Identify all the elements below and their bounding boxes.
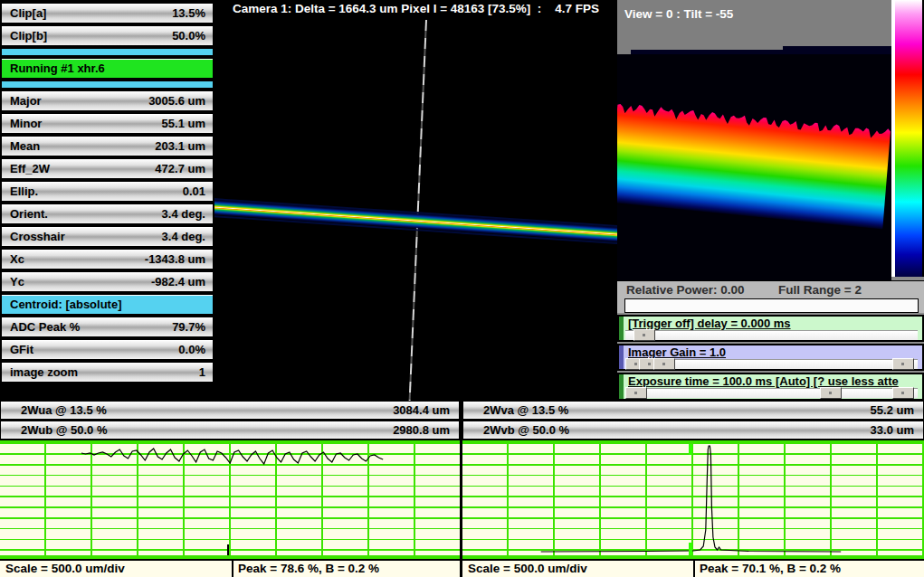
slider-thumb[interactable] — [892, 387, 914, 399]
sidebar-row-eff-2w[interactable]: Eff_2W472.7 um — [1, 158, 214, 179]
slider-track[interactable] — [625, 359, 918, 369]
sidebar-row-adc-peak[interactable]: ADC Peak %79.7% — [1, 317, 214, 337]
row-label: GFit — [10, 340, 33, 359]
row-label: Centroid: [absolute] — [10, 295, 122, 314]
sidebar-row-running-1-xhr-6[interactable]: Running #1 xhr.6 — [1, 58, 214, 79]
row-label: Orient. — [10, 204, 48, 223]
cursor-marker-bottom[interactable] — [689, 543, 692, 555]
sidebar-row-major[interactable]: Major3005.6 um — [1, 90, 214, 111]
slider-label: [Trigger off] delay = 0.000 ms — [628, 317, 791, 330]
sidebar-row-ellip[interactable]: Ellip.0.01 — [1, 181, 214, 202]
profile-header-2wua[interactable]: 2Wua @ 13.5 %3084.4 um — [0, 401, 460, 420]
view-3d[interactable]: View = 0 : Tilt = -55 — [617, 0, 891, 280]
chart-divider — [460, 401, 462, 577]
view-3d-ceiling: View = 0 : Tilt = -55 — [617, 0, 891, 54]
slider-thumb[interactable] — [892, 358, 914, 370]
right-panel: View = 0 : Tilt = -55 Relative Power: 0.… — [617, 0, 924, 401]
scale-label: Scale = 500.0 um/div — [5, 562, 125, 575]
row-value: 55.1 um — [162, 114, 205, 133]
slider-track[interactable] — [625, 388, 918, 398]
row-value: 3.4 deg. — [162, 227, 205, 246]
camera-title: Camera 1: Delta = 1664.3 um Pixel I = 48… — [214, 2, 617, 15]
sidebar-row-clip-b[interactable]: Clip[b]50.0% — [1, 25, 214, 46]
relative-power-panel: Relative Power: 0.00 Full Range = 2 — [617, 280, 924, 313]
row-label: Major — [10, 91, 42, 110]
header-label: 2Wva @ 13.5 % — [483, 403, 568, 417]
slider-track[interactable] — [625, 330, 918, 340]
row-label: Clip[b] — [10, 26, 47, 45]
sidebar-row-crosshair[interactable]: Crosshair3.4 deg. — [1, 226, 214, 247]
cursor-marker-top[interactable] — [689, 444, 692, 455]
sidebar-row-orient[interactable]: Orient.3.4 deg. — [1, 203, 214, 224]
row-label: ADC Peak % — [10, 317, 80, 336]
header-label: 2Wub @ 50.0 % — [21, 423, 108, 437]
profile-charts: 2Wua @ 13.5 %3084.4 um2Wub @ 50.0 %2980.… — [0, 401, 924, 577]
vertical-profile-chart[interactable] — [462, 440, 924, 559]
row-label: Minor — [10, 114, 42, 133]
row-value: 13.5% — [172, 4, 205, 23]
row-label: Xc — [10, 250, 24, 269]
sidebar-row-gfit[interactable]: GFit0.0% — [1, 339, 214, 360]
slider-panel-imager-gain-1-0: Imager Gain = 1.0 — [617, 344, 924, 371]
view-3d-shadow — [783, 46, 891, 54]
row-label: image zoom — [10, 363, 78, 382]
sidebar-separator-bar[interactable] — [1, 80, 214, 89]
sidebar-row-yc[interactable]: Yc-982.4 um — [1, 271, 214, 292]
slider-thumb[interactable] — [653, 358, 675, 370]
slider-thumb[interactable] — [633, 329, 655, 341]
row-value: 3.4 deg. — [162, 204, 205, 223]
view-3d-title: View = 0 : Tilt = -55 — [624, 7, 733, 21]
row-value: 0.01 — [183, 182, 205, 201]
panel-grab-strip[interactable] — [619, 374, 624, 399]
row-label: Yc — [10, 272, 24, 291]
sidebar-row-minor[interactable]: Minor55.1 um — [1, 113, 214, 134]
row-value: -982.4 um — [151, 272, 205, 291]
row-value: 1 — [199, 363, 205, 382]
camera-view[interactable]: Camera 1: Delta = 1664.3 um Pixel I = 48… — [214, 0, 617, 401]
header-value: 55.2 um — [871, 403, 914, 417]
row-label: Eff_2W — [10, 159, 50, 178]
row-label: Mean — [10, 137, 40, 156]
right-chart-statusbar: Scale = 500.0 um/div Peak = 70.1 %, B = … — [462, 559, 924, 577]
slider-panel--trigger-off-delay-0-000: [Trigger off] delay = 0.000 ms — [617, 315, 924, 342]
sidebar-row-centroid-absolute[interactable]: Centroid: [absolute] — [1, 294, 214, 315]
row-label: Running #1 xhr.6 — [10, 59, 105, 78]
slider-thumb[interactable] — [625, 387, 647, 399]
sidebar-row-mean[interactable]: Mean203.1 um — [1, 136, 214, 156]
sidebar-row-clip-a[interactable]: Clip[a]13.5% — [1, 3, 214, 24]
row-value: 79.7% — [172, 317, 205, 336]
row-value: 3005.6 um — [148, 91, 205, 110]
row-label: Crosshair — [10, 227, 65, 246]
right-chart-headers: 2Wva @ 13.5 %55.2 um2Wvb @ 50.0 %33.0 um — [462, 401, 924, 440]
profile-header-2wub[interactable]: 2Wub @ 50.0 %2980.8 um — [0, 421, 460, 440]
relative-power-label: Relative Power: 0.00 — [626, 283, 745, 297]
row-value: 472.7 um — [155, 159, 205, 178]
row-value: -1343.8 um — [145, 250, 205, 269]
bottom-tick-marker[interactable] — [227, 544, 229, 555]
horizontal-profile-chart[interactable] — [0, 440, 460, 559]
header-value: 3084.4 um — [393, 403, 450, 417]
slider-thumb[interactable] — [820, 387, 842, 399]
profile-header-2wvb[interactable]: 2Wvb @ 50.0 %33.0 um — [462, 421, 924, 440]
sidebar-row-xc[interactable]: Xc-1343.8 um — [1, 249, 214, 270]
profile-header-2wva[interactable]: 2Wva @ 13.5 %55.2 um — [462, 401, 924, 420]
left-chart-statusbar: Scale = 500.0 um/div Peak = 78.6 %, B = … — [0, 559, 460, 577]
status-divider — [693, 561, 695, 577]
peak-label: Peak = 78.6 %, B = 0.2 % — [238, 562, 379, 575]
panel-grab-strip[interactable] — [619, 345, 624, 369]
left-chart-headers: 2Wua @ 13.5 %3084.4 um2Wub @ 50.0 %2980.… — [0, 401, 460, 440]
horizontal-profile-trace — [0, 444, 460, 555]
sidebar-separator-bar[interactable] — [1, 48, 214, 56]
scale-label: Scale = 500.0 um/div — [468, 562, 587, 575]
power-progress-bar — [624, 298, 919, 313]
crosshair-line[interactable] — [409, 20, 427, 401]
header-value: 33.0 um — [871, 423, 914, 437]
status-divider — [232, 561, 233, 577]
panel-grab-strip[interactable] — [619, 317, 624, 340]
sidebar-row-image-zoom[interactable]: image zoom1 — [1, 362, 214, 383]
slider-panel-exposure-time-100-0-ms-a: Exposure time = 100.0 ms [Auto] [? use l… — [617, 373, 924, 401]
slider-label: Imager Gain = 1.0 — [628, 345, 726, 359]
beam-halo-top — [214, 198, 617, 227]
slider-label: Exposure time = 100.0 ms [Auto] [? use l… — [628, 374, 899, 388]
full-range-label: Full Range = 2 — [778, 283, 862, 297]
